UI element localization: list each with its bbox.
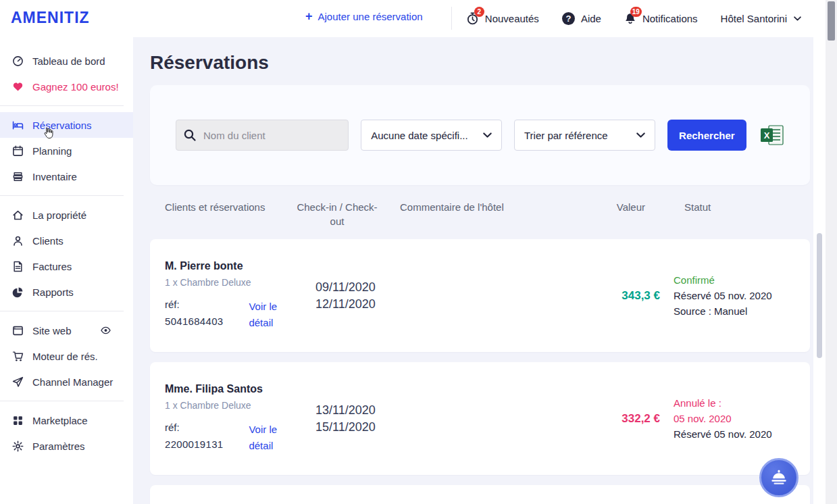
bed-icon <box>11 120 24 131</box>
date-filter-select[interactable]: Aucune date spécifi... <box>361 120 502 151</box>
checkout-date: 12/11/2020 <box>315 296 381 313</box>
status-line: Réservé 05 nov. 2020 <box>674 288 795 303</box>
sidebar-item-label: Gagnez 100 euros! <box>32 81 119 93</box>
sidebar-item-factures[interactable]: Factures <box>0 253 133 279</box>
column-header-comment: Commentaire de l'hôtel <box>381 200 586 228</box>
sidebar-item-label: Site web <box>32 325 72 336</box>
bell-icon: 19 <box>624 12 636 25</box>
eye-icon[interactable] <box>100 325 111 338</box>
reservation-row-partial[interactable] <box>150 485 810 504</box>
excel-export-icon[interactable]: X <box>760 124 784 146</box>
help-glyph: ? <box>565 14 571 24</box>
reservation-row[interactable]: M. Pierre bonte 1 x Chambre Deluxe réf: … <box>150 239 810 352</box>
content-scrollbar-thumb[interactable] <box>817 233 822 358</box>
sidebar-item-marketplace[interactable]: Marketplace <box>0 407 133 433</box>
home-icon <box>11 209 24 221</box>
status-line: Annulé le : <box>674 395 795 411</box>
gear-icon <box>11 440 24 452</box>
person-icon <box>11 235 24 247</box>
sidebar-item-gagnez-100-euros[interactable]: Gagnez 100 euros! <box>0 74 133 99</box>
status-line: Réservé 05 nov. 2020 <box>674 426 795 442</box>
help-button[interactable]: ? Aide <box>562 12 601 25</box>
sidebar-item-rapports[interactable]: Rapports <box>0 279 133 305</box>
sidebar-item-la-propriete[interactable]: La propriété <box>0 202 133 228</box>
reservation-status: Confirmé Réservé 05 nov. 2020 Source : M… <box>660 272 795 319</box>
sort-select[interactable]: Trier par référence <box>514 120 655 151</box>
window-scrollbar[interactable] <box>826 0 837 504</box>
reservation-value: 332,2 € <box>586 412 660 426</box>
table-header: Clients et réservations Check-in / Check… <box>150 200 810 228</box>
grid-icon <box>11 415 24 426</box>
account-label: Hôtel Santorini <box>721 13 787 24</box>
status-line: Confirmé <box>674 272 795 288</box>
support-fab-button[interactable] <box>759 458 798 497</box>
sidebar-item-label: Marketplace <box>32 415 88 426</box>
view-detail-link[interactable]: Voir le détail <box>249 299 292 331</box>
channel-icon <box>11 376 24 388</box>
guest-name: Mme. Filipa Santos <box>165 383 293 395</box>
header-actions: 2 Nouveautés ? Aide 19 Notifications Hôt… <box>466 0 801 37</box>
guest-cell: M. Pierre bonte 1 x Chambre Deluxe réf: … <box>165 260 293 331</box>
sidebar-item-tableau-de-bord[interactable]: Tableau de bord <box>0 48 133 74</box>
sidebar-divider <box>0 311 124 311</box>
room-info: 1 x Chambre Deluxe <box>165 400 293 411</box>
checkin-date: 09/11/2020 <box>315 279 381 296</box>
sidebar-item-label: Inventaire <box>32 171 77 182</box>
sidebar-item-planning[interactable]: Planning <box>0 138 133 163</box>
column-header-status: Statut <box>660 200 795 228</box>
sidebar-item-label: La propriété <box>32 209 86 221</box>
sidebar-item-label: Channel Manager <box>32 376 113 388</box>
browser-icon <box>11 325 24 336</box>
help-icon: ? <box>562 12 575 25</box>
status-line: 05 nov. 2020 <box>674 411 795 426</box>
add-reservation-button[interactable]: + Ajouter une réservation <box>305 10 423 22</box>
window-scrollbar-thumb[interactable] <box>828 1 835 41</box>
ref-block: réf: 5041684403 <box>165 299 223 331</box>
stay-dates: 13/11/2020 15/11/2020 <box>293 402 381 436</box>
calendar-icon <box>11 145 24 157</box>
invoice-icon <box>11 261 24 272</box>
column-header-value: Valeur <box>586 200 660 228</box>
sidebar-item-label: Clients <box>32 235 64 247</box>
checkin-date: 13/11/2020 <box>315 402 381 419</box>
notifications-label: Notifications <box>642 13 698 24</box>
amenitiz-logo[interactable]: AMENITIZ <box>11 9 90 27</box>
sidebar-item-clients[interactable]: Clients <box>0 228 133 253</box>
sidebar-item-reservations[interactable]: Réservations <box>0 112 133 138</box>
sidebar-divider <box>0 401 124 401</box>
chevron-down-icon <box>794 16 801 21</box>
whats-new-icon: 2 <box>466 12 479 25</box>
sidebar-item-label: Factures <box>32 261 72 272</box>
stay-dates: 09/11/2020 12/11/2020 <box>293 279 381 313</box>
client-name-input[interactable] <box>176 120 349 151</box>
checkout-date: 15/11/2020 <box>315 419 381 436</box>
sidebar-item-label: Paramètres <box>32 440 85 452</box>
pie-chart-icon <box>11 286 24 298</box>
date-filter-value: Aucune date spécifi... <box>371 130 467 141</box>
whats-new-label: Nouveautés <box>485 13 539 24</box>
status-line: Source : Manuel <box>674 303 795 319</box>
dashboard-icon <box>11 55 24 67</box>
sidebar-item-parametres[interactable]: Paramètres <box>0 433 133 459</box>
ref-number: 2200019131 <box>165 438 223 450</box>
sidebar-item-moteur-de-res[interactable]: Moteur de rés. <box>0 343 133 369</box>
reservation-row[interactable]: Mme. Filipa Santos 1 x Chambre Deluxe ré… <box>150 362 810 475</box>
add-reservation-label: Ajouter une réservation <box>318 11 423 22</box>
svg-text:X: X <box>764 130 770 141</box>
help-label: Aide <box>581 13 601 24</box>
inventory-icon <box>11 171 24 182</box>
content-scrollbar[interactable] <box>813 37 826 504</box>
sidebar-item-channel-manager[interactable]: Channel Manager <box>0 369 133 395</box>
notifications-button[interactable]: 19 Notifications <box>624 12 698 25</box>
top-header: AMENITIZ + Ajouter une réservation 2 Nou… <box>0 0 826 37</box>
sidebar-item-inventaire[interactable]: Inventaire <box>0 163 133 189</box>
plus-icon: + <box>305 10 313 22</box>
ref-label: réf: <box>165 299 223 310</box>
account-menu[interactable]: Hôtel Santorini <box>721 13 801 24</box>
search-button[interactable]: Rechercher <box>667 120 746 151</box>
column-header-clients: Clients et réservations <box>165 200 293 228</box>
page-title: Réservations <box>150 52 810 74</box>
whats-new-button[interactable]: 2 Nouveautés <box>466 12 539 25</box>
sidebar-item-site-web[interactable]: Site web <box>0 318 133 343</box>
view-detail-link[interactable]: Voir le détail <box>249 422 292 454</box>
